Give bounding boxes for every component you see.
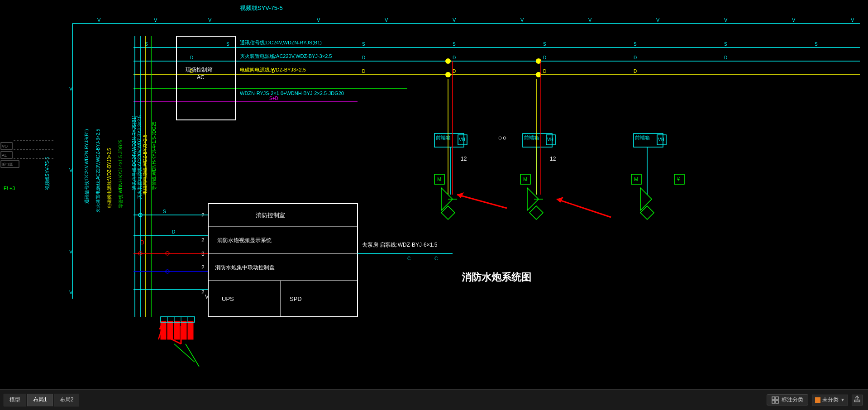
svg-text:V: V — [97, 17, 101, 23]
svg-text:C: C — [434, 256, 438, 261]
svg-text:D: D — [543, 55, 546, 60]
category-dropdown[interactable]: 未分类 ▼ — [812, 395, 848, 405]
video-line-top-label: 视频线SYV-75-5 — [240, 5, 283, 11]
chevron-down-icon: ▼ — [840, 397, 845, 402]
svg-text:V: V — [453, 17, 456, 23]
svg-text:2: 2 — [201, 237, 205, 243]
svg-text:3: 3 — [201, 251, 205, 257]
svg-text:VO: VO — [2, 144, 8, 148]
svg-text:电磁阀电源线:WDZ-BYJ3×2.5: 电磁阀电源线:WDZ-BYJ3×2.5 — [107, 148, 112, 208]
svg-text:D: D — [543, 69, 546, 74]
svg-text:D: D — [362, 55, 365, 60]
svg-text:VH: VH — [459, 137, 465, 142]
svg-text:V: V — [205, 294, 209, 300]
svg-rect-0 — [0, 0, 868, 389]
svg-text:V: V — [588, 17, 592, 23]
svg-text:S: S — [145, 42, 148, 47]
svg-text:S+D: S+D — [269, 96, 278, 101]
svg-text:V: V — [656, 17, 660, 23]
svg-text:S: S — [815, 42, 818, 47]
svg-text:去泵房  启泵线:WDZ-BYJ-6×1.5: 去泵房 启泵线:WDZ-BYJ-6×1.5 — [362, 242, 438, 248]
svg-text:2: 2 — [201, 289, 205, 296]
svg-text:AL: AL — [2, 153, 7, 157]
toolbar-right: 标注分类 未分类 ▼ — [767, 394, 868, 405]
svg-point-60 — [445, 72, 451, 77]
tab-layout1[interactable]: 布局1 — [27, 394, 53, 406]
svg-text:S: S — [634, 42, 637, 47]
svg-text:S: S — [362, 42, 365, 47]
tab-area: 模型 布局1 布局2 — [0, 390, 83, 410]
svg-text:SPD: SPD — [290, 296, 302, 302]
svg-text:S: S — [163, 209, 166, 214]
svg-text:D: D — [453, 69, 456, 74]
classify-icon — [772, 396, 779, 404]
svg-text:V: V — [69, 249, 73, 254]
svg-text:VH: VH — [658, 137, 664, 142]
svg-text:电磁阀电源线:WDZ-BYJ3×2.5: 电磁阀电源线:WDZ-BYJ3×2.5 — [240, 67, 306, 72]
svg-text:M: M — [523, 176, 527, 182]
svg-text:¥: ¥ — [677, 176, 680, 182]
svg-rect-173 — [776, 397, 778, 400]
svg-text:D: D — [634, 55, 637, 60]
svg-rect-159 — [181, 321, 186, 339]
svg-text:通讯信号线:DC24V,WDZN-RYJS(B1): 通讯信号线:DC24V,WDZN-RYJS(B1) — [132, 116, 137, 190]
svg-text:V: V — [154, 17, 157, 23]
svg-text:V: V — [385, 17, 388, 23]
svg-text:AC: AC — [197, 74, 205, 81]
svg-text:S: S — [543, 42, 546, 47]
svg-text:S: S — [226, 42, 229, 47]
svg-text:导管线:WDNH-KYJI-4×1.5-JDG25: 导管线:WDNH-KYJI-4×1.5-JDG25 — [118, 139, 123, 208]
svg-text:UPS: UPS — [222, 296, 234, 302]
svg-text:现场控制箱: 现场控制箱 — [186, 67, 213, 73]
svg-text:灭火装置电源线:AC220V,WDZ-BYJ-3×2.5: 灭火装置电源线:AC220V,WDZ-BYJ-3×2.5 — [240, 53, 332, 59]
svg-text:前端箱: 前端箱 — [436, 135, 451, 140]
svg-text:灭火装置电源线:AC220V,WDZ-BYJ-3×2.5: 灭火装置电源线:AC220V,WDZ-BYJ-3×2.5 — [137, 115, 142, 199]
svg-text:灭火装置电源线:AC220V,WDZ-BYJ-3×2.5: 灭火装置电源线:AC220V,WDZ-BYJ-3×2.5 — [95, 129, 100, 213]
svg-text:D: D — [634, 69, 637, 74]
category-label: 未分类 — [822, 396, 839, 404]
svg-text:V: V — [69, 86, 73, 91]
svg-text:V: V — [851, 17, 854, 23]
svg-text:断电源: 断电源 — [2, 162, 13, 167]
svg-text:D: D — [190, 55, 193, 60]
svg-text:通讯信号线:DC24V,WDZN-RYJS(B1): 通讯信号线:DC24V,WDZN-RYJS(B1) — [240, 40, 322, 45]
export-button[interactable] — [852, 395, 863, 405]
tab-layout2[interactable]: 布局2 — [54, 394, 80, 406]
svg-text:V: V — [792, 17, 796, 23]
svg-text:S: S — [724, 42, 727, 47]
svg-text:V: V — [520, 17, 524, 23]
svg-text:D: D — [453, 55, 456, 60]
svg-rect-174 — [772, 400, 775, 403]
svg-text:12: 12 — [550, 156, 556, 162]
export-icon — [854, 396, 861, 404]
svg-text:D: D — [140, 239, 144, 246]
svg-text:2: 2 — [201, 212, 205, 219]
svg-rect-172 — [772, 397, 775, 400]
svg-point-59 — [536, 58, 541, 64]
svg-text:消防水炮系统图: 消防水炮系统图 — [462, 272, 531, 283]
svg-text:V: V — [69, 167, 73, 173]
svg-point-61 — [536, 72, 541, 77]
label-classify-button[interactable]: 标注分类 — [767, 394, 808, 405]
svg-text:WDZN-RYJS-2×1.0+WDNH-BYJ-2×2.5: WDZN-RYJS-2×1.0+WDNH-BYJ-2×2.5-JDG20 — [240, 91, 344, 96]
svg-text:消防控制室: 消防控制室 — [256, 212, 285, 219]
category-color-swatch — [815, 397, 820, 403]
svg-text:IFf +3: IFf +3 — [2, 186, 15, 191]
svg-point-58 — [445, 58, 451, 64]
svg-text:消防水炮集中联动控制盘: 消防水炮集中联动控制盘 — [215, 264, 275, 271]
svg-text:前端箱: 前端箱 — [635, 135, 650, 140]
svg-text:D: D — [724, 55, 727, 60]
svg-text:12: 12 — [461, 156, 467, 162]
svg-text:D: D — [172, 229, 175, 234]
svg-text:前端箱: 前端箱 — [524, 135, 539, 140]
svg-text:导管线:WDNH-KYJI-4×1.5-JDG25: 导管线:WDNH-KYJI-4×1.5-JDG25 — [152, 121, 157, 190]
svg-text:消防水炮视频显示系统: 消防水炮视频显示系统 — [217, 237, 272, 243]
svg-text:C: C — [407, 256, 410, 261]
tab-model[interactable]: 模型 — [4, 394, 26, 406]
svg-rect-176 — [854, 400, 860, 402]
toolbar: 模型 布局1 布局2 标注分类 未分类 ▼ — [0, 389, 868, 410]
svg-text:V: V — [724, 17, 728, 23]
svg-text:视频线SYV-75-5: 视频线SYV-75-5 — [45, 157, 50, 190]
svg-text:D: D — [362, 69, 365, 74]
svg-text:VH: VH — [547, 137, 553, 142]
